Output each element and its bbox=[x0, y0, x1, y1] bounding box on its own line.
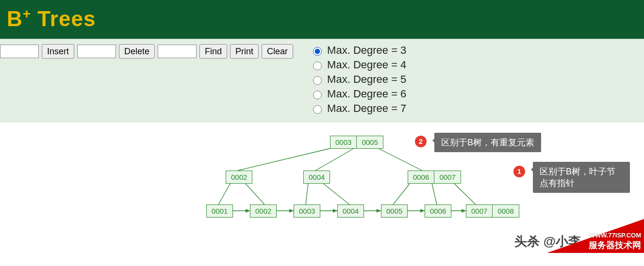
tree-cell: 0004 bbox=[304, 171, 330, 183]
controls-bar: Insert Delete Find Print Clear Max. Degr… bbox=[0, 39, 644, 122]
degree-label: Max. Degree = 5 bbox=[327, 73, 406, 86]
annotation-num: 1 bbox=[517, 168, 521, 175]
degree-radio-4[interactable] bbox=[313, 62, 322, 70]
title-pre: B bbox=[7, 6, 23, 30]
degree-radio-5[interactable] bbox=[313, 76, 322, 85]
svg-line-2 bbox=[376, 147, 422, 171]
annotation-num: 2 bbox=[419, 138, 423, 145]
degree-label: Max. Degree = 6 bbox=[327, 88, 406, 100]
degree-radio-3[interactable] bbox=[313, 47, 322, 56]
svg-line-0 bbox=[238, 147, 335, 171]
page-title: B+ Trees bbox=[7, 6, 96, 31]
delete-button[interactable]: Delete bbox=[119, 44, 155, 59]
degree-radio-7[interactable] bbox=[313, 105, 322, 114]
delete-input[interactable] bbox=[77, 45, 116, 58]
tree-mid-node: 0006 0007 bbox=[408, 171, 461, 184]
tree-cell: 0002 bbox=[226, 171, 252, 183]
tree-cell: 0005 bbox=[357, 136, 382, 148]
corner-banner-text: WWW.77ISP.COM 服务器技术网 bbox=[589, 232, 641, 251]
title-sup: + bbox=[23, 6, 31, 21]
insert-input[interactable] bbox=[0, 45, 39, 58]
tree-cell: 0001 bbox=[207, 205, 232, 217]
tree-leaf-node: 0007 0008 bbox=[466, 204, 519, 218]
tree-cell: 0007 bbox=[466, 205, 493, 217]
degree-option-5[interactable]: Max. Degree = 5 bbox=[311, 73, 406, 86]
annotation-badge-1: 1 bbox=[513, 166, 525, 177]
tree-leaf-node: 0006 bbox=[425, 204, 451, 218]
degree-option-7[interactable]: Max. Degree = 7 bbox=[311, 102, 406, 115]
title-post: Trees bbox=[31, 6, 96, 30]
tree-canvas: 0003 0005 0002 0004 0006 0007 0001 0002 … bbox=[0, 122, 644, 253]
annotation-box-2: 区别于B树，有重复元素 bbox=[434, 133, 541, 152]
tree-cell: 0003 bbox=[330, 136, 357, 148]
corner-line2: 服务器技术网 bbox=[589, 240, 641, 251]
print-button[interactable]: Print bbox=[230, 44, 259, 59]
annotation-box-1: 区别于B树，叶子节点有指针 bbox=[533, 162, 630, 193]
svg-line-8 bbox=[432, 183, 437, 204]
degree-radio-6[interactable] bbox=[313, 91, 322, 99]
control-buttons: Insert Delete Find Print Clear bbox=[0, 44, 293, 59]
tree-leaf-node: 0003 bbox=[294, 204, 320, 218]
svg-line-3 bbox=[218, 183, 231, 204]
annotation-text: 区别于B树，有重复元素 bbox=[441, 138, 534, 147]
degree-radio-group: Max. Degree = 3 Max. Degree = 4 Max. Deg… bbox=[311, 44, 406, 117]
tree-leaf-node: 0002 bbox=[250, 204, 277, 218]
find-button[interactable]: Find bbox=[199, 44, 227, 59]
tree-cell: 0006 bbox=[408, 171, 434, 183]
tree-mid-node: 0002 bbox=[226, 171, 252, 184]
tree-mid-node: 0004 bbox=[303, 171, 330, 184]
tree-cell: 0005 bbox=[381, 205, 407, 217]
degree-option-6[interactable]: Max. Degree = 6 bbox=[311, 88, 406, 100]
tree-leaf-node: 0001 bbox=[206, 204, 233, 218]
tree-cell: 0006 bbox=[425, 205, 451, 217]
tree-cell: 0002 bbox=[250, 205, 276, 217]
degree-label: Max. Degree = 4 bbox=[327, 59, 406, 71]
tree-cell: 0003 bbox=[294, 205, 320, 217]
degree-label: Max. Degree = 7 bbox=[327, 102, 406, 115]
degree-option-3[interactable]: Max. Degree = 3 bbox=[311, 44, 406, 57]
svg-line-5 bbox=[306, 183, 308, 204]
tree-cell: 0004 bbox=[338, 205, 363, 217]
find-input[interactable] bbox=[158, 45, 197, 58]
svg-line-6 bbox=[323, 183, 349, 204]
degree-label: Max. Degree = 3 bbox=[327, 44, 406, 57]
svg-line-4 bbox=[245, 183, 264, 204]
tree-root-node: 0003 0005 bbox=[330, 136, 383, 149]
clear-button[interactable]: Clear bbox=[262, 44, 293, 59]
annotation-text: 区别于B树，叶子节点有指针 bbox=[540, 167, 615, 188]
degree-option-4[interactable]: Max. Degree = 4 bbox=[311, 59, 406, 71]
insert-button[interactable]: Insert bbox=[42, 44, 74, 59]
tree-cell: 0008 bbox=[493, 205, 518, 217]
annotation-badge-2: 2 bbox=[415, 136, 427, 147]
svg-line-9 bbox=[454, 183, 476, 204]
tree-leaf-node: 0004 bbox=[337, 204, 364, 218]
page-header: B+ Trees bbox=[0, 0, 644, 39]
corner-line1: WWW.77ISP.COM bbox=[589, 232, 641, 240]
svg-line-7 bbox=[393, 183, 410, 204]
tree-cell: 0007 bbox=[434, 171, 460, 183]
tree-leaf-node: 0005 bbox=[381, 204, 408, 218]
